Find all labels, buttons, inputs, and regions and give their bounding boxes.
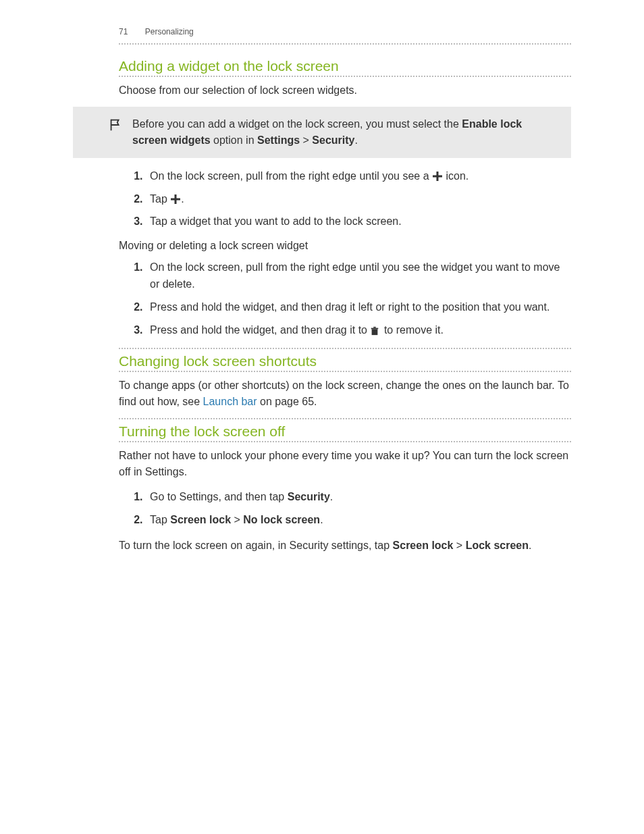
- note-security: Security: [312, 134, 354, 146]
- o-gt: >: [453, 540, 465, 551]
- section3-outro: To turn the lock screen on again, in Sec…: [119, 538, 571, 554]
- note-settings: Settings: [257, 134, 300, 146]
- move-delete-steps: On the lock screen, pull from the right …: [119, 259, 571, 338]
- t2-pre: Tap: [150, 514, 170, 525]
- svg-rect-1: [433, 176, 442, 178]
- page-header: 71 Personalizing: [119, 27, 571, 45]
- svg-rect-3: [171, 198, 180, 200]
- t2-post: .: [320, 514, 323, 525]
- subheading-move-delete: Moving or deleting a lock screen widget: [119, 240, 571, 252]
- t1-bold: Security: [288, 491, 330, 502]
- tstep-2: Tap Screen lock > No lock screen.: [146, 511, 571, 529]
- trash-icon: [370, 323, 381, 334]
- o-post: .: [529, 540, 531, 551]
- section-title-turn-off: Turning the lock screen off: [119, 418, 571, 442]
- mstep-2: Press and hold the widget, and then drag…: [146, 298, 571, 316]
- turn-off-steps: Go to Settings, and then tap Security. T…: [119, 488, 571, 528]
- t1-pre: Go to Settings, and then tap: [150, 491, 288, 502]
- note-text: Before you can add a widget on the lock …: [132, 116, 559, 149]
- note-pre: Before you can add a widget on the lock …: [132, 118, 462, 130]
- t2-gt: >: [231, 514, 243, 525]
- manual-page: 71 Personalizing Adding a widget on the …: [0, 0, 644, 834]
- flag-icon: [108, 118, 123, 149]
- step-2: Tap .: [146, 190, 571, 208]
- sec2-pre: To change apps (or other shortcuts) on t…: [119, 380, 569, 407]
- svg-rect-6: [374, 326, 377, 328]
- t2-b2: No lock screen: [243, 514, 320, 525]
- mstep3-pre: Press and hold the widget, and then drag…: [150, 324, 370, 336]
- section3-intro: Rather not have to unlock your phone eve…: [119, 448, 571, 480]
- plus-icon: [170, 192, 181, 203]
- step1-pre: On the lock screen, pull from the right …: [150, 170, 432, 182]
- t2-b1: Screen lock: [170, 514, 231, 525]
- section-title-shortcuts: Changing lock screen shortcuts: [119, 348, 571, 372]
- step2-post: .: [181, 193, 184, 205]
- step-3: Tap a widget that you want to add to the…: [146, 213, 571, 230]
- t1-post: .: [330, 491, 333, 502]
- launch-bar-link[interactable]: Launch bar: [203, 396, 257, 407]
- svg-rect-5: [371, 328, 379, 329]
- section2-body: To change apps (or other shortcuts) on t…: [119, 377, 571, 410]
- o-pre: To turn the lock screen on again, in Sec…: [119, 540, 393, 551]
- section-title-add-widget: Adding a widget on the lock screen: [119, 58, 571, 77]
- note-box: Before you can add a widget on the lock …: [73, 107, 571, 158]
- step1-post: icon.: [443, 170, 468, 182]
- mstep3-post: to remove it.: [381, 324, 443, 336]
- add-widget-steps: On the lock screen, pull from the right …: [119, 167, 571, 230]
- sec2-post: on page 65.: [257, 396, 317, 407]
- o-b2: Lock screen: [466, 540, 529, 551]
- tstep-1: Go to Settings, and then tap Security.: [146, 488, 571, 506]
- page-number: 71: [119, 27, 128, 36]
- section1-intro: Choose from our selection of lock screen…: [119, 82, 571, 99]
- note-gt: >: [300, 134, 312, 146]
- plus-icon: [432, 170, 443, 180]
- o-b1: Screen lock: [393, 540, 454, 551]
- header-section: Personalizing: [145, 27, 194, 36]
- mstep-3: Press and hold the widget, and then drag…: [146, 321, 571, 339]
- note-mid: option in: [211, 134, 257, 146]
- svg-rect-4: [372, 329, 378, 335]
- mstep-1: On the lock screen, pull from the right …: [146, 259, 571, 293]
- note-end: .: [355, 134, 358, 146]
- step2-pre: Tap: [150, 193, 170, 205]
- step-1: On the lock screen, pull from the right …: [146, 167, 571, 185]
